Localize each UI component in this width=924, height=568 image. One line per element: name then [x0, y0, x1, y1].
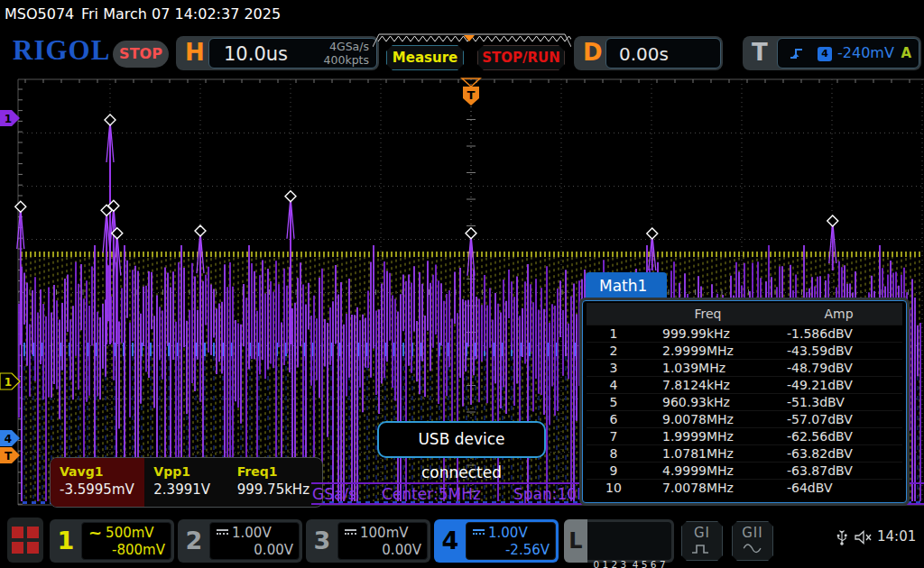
trigger-edge-icon — [789, 45, 807, 61]
math-table-row: 71.9999MHz-62.56dBV — [587, 427, 902, 444]
math-table-header: Freq Amp — [587, 303, 902, 325]
generator-gi-button[interactable]: GI — [681, 521, 723, 561]
math-table-row: 22.9999MHz-43.59dBV — [587, 342, 902, 359]
peak-diamond — [105, 115, 116, 125]
column-amp: Amp — [776, 303, 902, 325]
svg-text:T: T — [5, 450, 13, 463]
channel-offset: -800mV — [88, 542, 165, 560]
math-table-row: 47.8124kHz-49.21dBV — [587, 376, 902, 393]
stop-run-button[interactable]: STOP/RUN — [477, 45, 565, 70]
math-table: Freq Amp 1999.99kHz-1.586dBV22.9999MHz-4… — [582, 300, 907, 503]
math-table-row: 1999.99kHz-1.586dBV — [587, 325, 902, 342]
trace-markers: 114TT — [0, 78, 480, 463]
svg-text:4: 4 — [5, 433, 12, 445]
trigger-label: T — [752, 39, 768, 66]
peak-diamond — [647, 228, 658, 239]
measurement-freq1: Freq1999.75kHz — [228, 458, 322, 507]
usb-toast-text: USB device connected — [418, 430, 504, 481]
math-table-row: 69.0078MHz-57.07dBV — [587, 410, 902, 427]
peak-diamond — [15, 201, 26, 212]
trigger-level-value: -240mV — [837, 44, 894, 61]
run-state-badge: STOP — [113, 41, 169, 68]
timebase-value: 10.0us — [224, 43, 288, 65]
channel-number: 4 — [434, 519, 467, 563]
svg-text:T: T — [467, 88, 476, 102]
generator-gii-button[interactable]: GII — [732, 521, 773, 561]
svg-text:1: 1 — [5, 113, 12, 125]
channel-scale: 100mV — [360, 525, 409, 541]
math-table-row: 81.0781MHz-63.82dBV — [587, 444, 902, 462]
logic-label: L — [564, 519, 587, 563]
menu-button[interactable] — [7, 518, 43, 563]
titlebar: MSO5074 Fri March 07 14:02:37 2025 — [0, 0, 924, 27]
dc-coupling-icon — [217, 529, 228, 536]
bottom-bar: 1 ~500mV -800mV 2 1.00V 0.00V 3 100mV 0.… — [0, 508, 924, 568]
usb-toast: USB device connected — [377, 421, 546, 458]
oscilloscope-screen: 114TT GSa/s Center:5MHz Span:10M Vavg1-3… — [0, 0, 924, 568]
svg-text:1: 1 — [5, 376, 12, 389]
usb-status-icon — [836, 528, 848, 546]
measurement-vpp1: Vpp12.3991V — [144, 458, 227, 507]
trigger-mode: A — [901, 45, 911, 61]
delay-value: 0.00s — [619, 43, 669, 65]
clock: 14:01 — [877, 528, 916, 545]
channel-4-block[interactable]: 4 1.00V -2.56V — [434, 519, 559, 563]
speaker-muted-icon — [854, 528, 873, 546]
peak-diamond — [466, 228, 476, 239]
peak-diamond — [285, 191, 296, 202]
channel-number: 3 — [306, 519, 338, 563]
peak-markers — [15, 115, 838, 239]
tab-math1[interactable]: Math1 — [586, 272, 667, 300]
channel-3-block[interactable]: 3 100mV 0.00V — [306, 519, 430, 563]
delay-label: D — [583, 39, 603, 66]
peak-diamond — [827, 215, 838, 226]
sine-wave-icon — [740, 539, 765, 555]
delay-panel[interactable]: D 0.00s — [574, 36, 723, 70]
trigger-source-badge: 4 — [818, 47, 832, 61]
measurement-popup: Vavg1-3.5995mVVpp12.3991VFreq1999.75kHz — [50, 457, 323, 508]
fft-span: Span:10M — [513, 485, 590, 503]
logic-channels-panel[interactable]: L 0 1 2 3 4 5 6 7 8 9 1011 12131415 — [564, 519, 674, 563]
fft-sample-rate: GSa/s — [312, 485, 356, 503]
channel-number: 2 — [178, 519, 210, 563]
channel-offset: 0.00V — [217, 542, 293, 560]
measure-button[interactable]: Measure — [386, 45, 464, 70]
channel-scale: 500mV — [106, 525, 154, 541]
math-results-window: Math1 Freq Amp 1999.99kHz-1.586dBV22.999… — [582, 270, 907, 503]
pulse-wave-icon — [689, 539, 715, 555]
channel-number: 1 — [50, 519, 82, 563]
column-freq: Freq — [641, 303, 776, 325]
measurement-vavg1: Vavg1-3.5995mV — [51, 458, 144, 507]
horizontal-panel[interactable]: H 10.0us 4GSa/s 400kpts — [176, 36, 379, 70]
trigger-panel[interactable]: T 4 -240mV A — [743, 36, 921, 70]
datetime: Fri March 07 14:02:37 2025 — [81, 5, 281, 23]
model-name: MSO5074 — [5, 5, 74, 23]
peak-diamond — [195, 225, 206, 236]
channel-offset: -2.56V — [473, 542, 550, 560]
math-table-row: 5960.93kHz-51.3dBV — [587, 393, 902, 410]
dc-coupling-icon — [345, 529, 356, 536]
header-bar: RIGOL STOP H 10.0us 4GSa/s 400kpts Measu… — [0, 27, 924, 76]
channel-scale: 1.00V — [232, 525, 272, 541]
logic-digits: 0 1 2 3 4 5 6 7 8 9 1011 12131415 — [587, 522, 671, 560]
rigol-logo: RIGOL — [13, 34, 110, 67]
channel-offset: 0.00V — [345, 542, 421, 560]
channel-2-block[interactable]: 2 1.00V 0.00V — [178, 519, 302, 563]
channel-1-block[interactable]: 1 ~500mV -800mV — [50, 519, 174, 563]
math-table-row: 94.9999MHz-63.87dBV — [587, 462, 902, 479]
dc-coupling-icon — [473, 529, 485, 536]
math-table-row: 31.039MHz-48.79dBV — [587, 359, 902, 376]
ac-coupling-icon: ~ — [88, 528, 102, 537]
channel-scale: 1.00V — [488, 525, 528, 541]
horizontal-label: H — [185, 39, 205, 66]
math-table-row: 107.0078MHz-64dBV — [587, 479, 902, 496]
sample-rate-memdepth: 4GSa/s 400kpts — [324, 40, 369, 67]
